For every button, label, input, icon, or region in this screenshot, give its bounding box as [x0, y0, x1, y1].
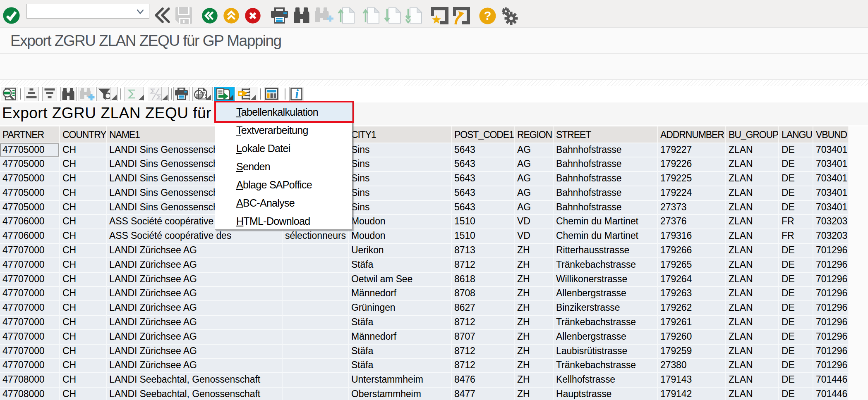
- svg-text:i: i: [295, 88, 299, 100]
- svg-text:?: ?: [484, 9, 492, 22]
